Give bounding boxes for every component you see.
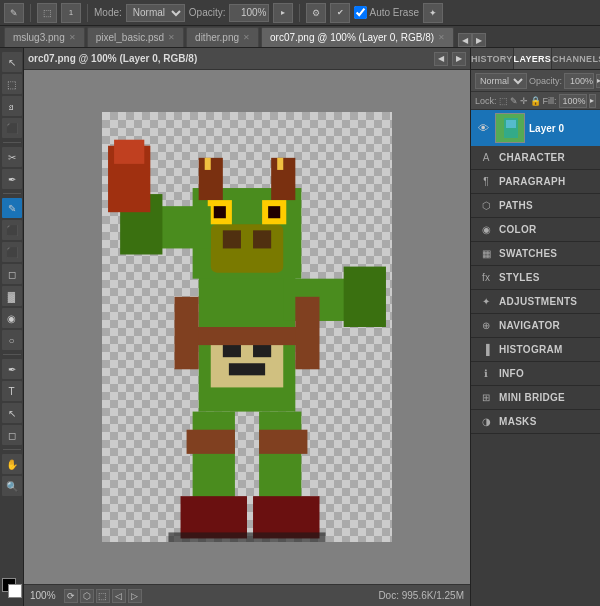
panel-swatches[interactable]: ▦ SWATCHES <box>471 242 600 266</box>
brush-settings-icon[interactable]: ⚙ <box>306 3 326 23</box>
brush-preset-icon[interactable]: ⬚ <box>37 3 57 23</box>
left-toolbar: ↖ ⬚ ꞛ ⬛ ✂ ✒ ✎ ⬛ ⬛ ◻ ▓ ◉ ○ ✒ T ↖ ◻ ✋ 🔍 <box>0 48 24 606</box>
zoom-tool[interactable]: 🔍 <box>2 476 22 496</box>
panel-character[interactable]: A CHARACTER <box>471 146 600 170</box>
lock-paint-icon[interactable]: ✎ <box>510 96 518 106</box>
swatches-panel-label: SWATCHES <box>499 248 557 259</box>
opacity-arrow-btn[interactable]: ▸ <box>596 74 600 88</box>
fg-bg-color-selector[interactable] <box>2 578 22 598</box>
mode-select[interactable]: Normal <box>126 4 185 22</box>
panel-paths[interactable]: ⬡ PATHS <box>471 194 600 218</box>
mini-bridge-panel-icon: ⊞ <box>477 389 495 407</box>
shape-tool[interactable]: ◻ <box>2 425 22 445</box>
background-color[interactable] <box>8 584 22 598</box>
footer-nav-btn-2[interactable]: ⬡ <box>80 589 94 603</box>
tab-mslug[interactable]: mslug3.png ✕ <box>4 27 85 47</box>
lock-transparent-icon[interactable]: ⬚ <box>499 96 508 106</box>
eraser-tool[interactable]: ◻ <box>2 264 22 284</box>
tab-close-icon[interactable]: ✕ <box>69 33 76 42</box>
auto-erase-label[interactable]: Auto Erase <box>354 6 418 19</box>
brush-tool[interactable]: ✎ <box>2 198 22 218</box>
history-brush-tool[interactable]: ⬛ <box>2 242 22 262</box>
tab-close-icon[interactable]: ✕ <box>168 33 175 42</box>
panel-paragraph[interactable]: ¶ PARAGRAPH <box>471 170 600 194</box>
canvas-nav-right[interactable]: ▶ <box>452 52 466 66</box>
svg-rect-25 <box>181 496 247 538</box>
svg-rect-22 <box>229 363 265 375</box>
tablet-icon[interactable]: ✦ <box>423 3 443 23</box>
masks-panel-label: MASKS <box>499 416 537 427</box>
brush-flow-icon[interactable]: ✔ <box>330 3 350 23</box>
tab-close-icon[interactable]: ✕ <box>243 33 250 42</box>
canvas-nav-left[interactable]: ◀ <box>434 52 448 66</box>
canvas-viewport[interactable] <box>24 70 470 584</box>
path-select-tool[interactable]: ↖ <box>2 403 22 423</box>
auto-erase-checkbox[interactable] <box>354 6 367 19</box>
canvas-header-controls: ◀ ▶ <box>434 52 466 66</box>
type-tool[interactable]: T <box>2 381 22 401</box>
svg-rect-31 <box>259 430 307 454</box>
lasso-tool[interactable]: ꞛ <box>2 96 22 116</box>
tab-channels[interactable]: CHANNELS <box>552 48 600 69</box>
top-toolbar: ✎ ⬚ 1 Mode: Normal Opacity: ▸ ⚙ ✔ Auto E… <box>0 0 600 26</box>
tab-close-icon[interactable]: ✕ <box>438 33 445 42</box>
tab-bar: mslug3.png ✕ pixel_basic.psd ✕ dither.pn… <box>0 26 600 48</box>
tab-nav-left[interactable]: ◀ <box>458 33 472 47</box>
eyedropper-tool[interactable]: ✒ <box>2 169 22 189</box>
paths-panel-icon: ⬡ <box>477 197 495 215</box>
crop-tool[interactable]: ✂ <box>2 147 22 167</box>
lock-move-icon[interactable]: ✛ <box>520 96 528 106</box>
panel-color[interactable]: ◉ COLOR <box>471 218 600 242</box>
right-panel: HISTORY LAYERS CHANNELS Normal Opacity: … <box>470 48 600 606</box>
gradient-tool[interactable]: ▓ <box>2 286 22 306</box>
canvas-content <box>102 112 392 542</box>
panel-info[interactable]: ℹ INFO <box>471 362 600 386</box>
pen-tool[interactable]: ✒ <box>2 359 22 379</box>
blur-tool[interactable]: ◉ <box>2 308 22 328</box>
tab-orc07[interactable]: orc07.png @ 100% (Layer 0, RGB/8) ✕ <box>261 27 454 47</box>
tab-dither[interactable]: dither.png ✕ <box>186 27 259 47</box>
layer-thumbnail <box>495 113 525 143</box>
footer-nav-btn-3[interactable]: ⬚ <box>96 589 110 603</box>
brush-tool-icon[interactable]: ✎ <box>4 3 24 23</box>
tab-history[interactable]: HISTORY <box>471 48 514 69</box>
panel-adjustments[interactable]: ✦ ADJUSTMENTS <box>471 290 600 314</box>
character-panel-label: CHARACTER <box>499 152 565 163</box>
opacity-input[interactable] <box>229 4 269 22</box>
layer-0-item[interactable]: 👁 Layer 0 <box>471 110 600 146</box>
tab-layers[interactable]: LAYERS <box>514 48 552 69</box>
fill-input[interactable] <box>559 94 587 108</box>
svg-rect-18 <box>344 267 386 327</box>
footer-nav-btn-1[interactable]: ⟳ <box>64 589 78 603</box>
footer-nav-btn-4[interactable]: ◁ <box>112 589 126 603</box>
footer-nav-btn-5[interactable]: ▷ <box>128 589 142 603</box>
panel-masks[interactable]: ◑ MASKS <box>471 410 600 434</box>
lock-all-icon[interactable]: 🔒 <box>530 96 541 106</box>
clone-stamp-tool[interactable]: ⬛ <box>2 220 22 240</box>
panel-histogram[interactable]: ▐ HISTOGRAM <box>471 338 600 362</box>
tab-pixel-basic[interactable]: pixel_basic.psd ✕ <box>87 27 184 47</box>
svg-rect-5 <box>277 158 283 170</box>
dodge-tool[interactable]: ○ <box>2 330 22 350</box>
svg-rect-30 <box>187 430 235 454</box>
svg-rect-16 <box>114 140 144 164</box>
panel-navigator[interactable]: ⊕ NAVIGATOR <box>471 314 600 338</box>
zoom-level: 100% <box>30 590 56 601</box>
svg-rect-27 <box>187 327 308 345</box>
divider <box>87 4 88 22</box>
histogram-panel-label: HISTOGRAM <box>499 344 563 355</box>
fill-arrow-btn[interactable]: ▸ <box>589 94 596 108</box>
tab-nav-right[interactable]: ▶ <box>472 33 486 47</box>
hand-tool[interactable]: ✋ <box>2 454 22 474</box>
canvas-footer: 100% ⟳ ⬡ ⬚ ◁ ▷ Doc: 995.6K/1.25M <box>24 584 470 606</box>
opacity-arrow-icon[interactable]: ▸ <box>273 3 293 23</box>
blend-mode-select[interactable]: Normal <box>475 73 527 89</box>
quick-select-tool[interactable]: ⬛ <box>2 118 22 138</box>
marquee-tool[interactable]: ⬚ <box>2 74 22 94</box>
layer-visibility-icon[interactable]: 👁 <box>475 120 491 136</box>
layer-opacity-input[interactable] <box>564 73 594 89</box>
panel-mini-bridge[interactable]: ⊞ MINI BRIDGE <box>471 386 600 410</box>
brush-size-icon[interactable]: 1 <box>61 3 81 23</box>
move-tool[interactable]: ↖ <box>2 52 22 72</box>
panel-styles[interactable]: fx STYLES <box>471 266 600 290</box>
